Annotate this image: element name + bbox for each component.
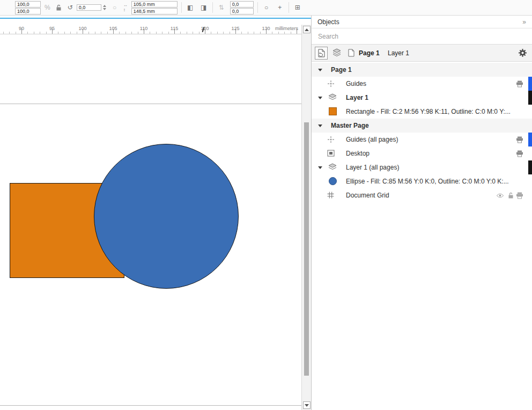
printer-icon[interactable] bbox=[516, 150, 523, 157]
width-icon: ↔ bbox=[123, 3, 128, 8]
ellipse-thumbnail-icon bbox=[329, 177, 337, 185]
object-height-field[interactable] bbox=[131, 8, 178, 14]
printer-icon[interactable] bbox=[516, 136, 523, 143]
lock-icon[interactable] bbox=[508, 192, 514, 199]
printer-icon[interactable] bbox=[516, 192, 523, 199]
layer-color-swatch[interactable] bbox=[528, 77, 532, 91]
offset-fields bbox=[230, 1, 254, 14]
chevron-down-icon[interactable] bbox=[318, 166, 322, 169]
ruler-label: 100 bbox=[78, 26, 86, 31]
toolbar-separator bbox=[257, 2, 258, 13]
eye-icon[interactable] bbox=[496, 193, 504, 198]
objects-toolbar: Page 1 Layer 1 bbox=[312, 45, 532, 62]
scale-fields bbox=[15, 1, 41, 14]
chevron-down-icon[interactable] bbox=[318, 125, 322, 127]
percent-icon: % bbox=[45, 4, 50, 11]
tree-item-label: Guides (all pages) bbox=[346, 136, 511, 143]
ruler-label: 95 bbox=[49, 26, 55, 31]
chevron-down-icon[interactable] bbox=[318, 69, 322, 71]
objects-tree: Page 1 Guides bbox=[312, 62, 532, 410]
scale-x-field[interactable] bbox=[15, 1, 41, 8]
tree-row-master-page[interactable]: Master Page bbox=[312, 119, 532, 133]
arrow-up-icon bbox=[305, 28, 309, 31]
toolbar-separator bbox=[212, 2, 213, 13]
arrow-down-icon bbox=[305, 404, 309, 407]
page-icon bbox=[348, 49, 354, 57]
mirror-horizontal-button[interactable]: ◧ bbox=[186, 3, 195, 12]
rectangle-thumbnail-icon bbox=[329, 107, 337, 115]
scale-y-field[interactable] bbox=[15, 8, 41, 14]
tree-row-guides[interactable]: Guides bbox=[312, 77, 532, 91]
swap-axes-icon: ⇅ bbox=[217, 3, 226, 12]
search-input[interactable] bbox=[312, 28, 532, 44]
ruler-label: 130 bbox=[262, 26, 270, 31]
size-axis-icons: ↔ ↕ bbox=[123, 3, 128, 12]
tree-item-label: Desktop bbox=[346, 150, 511, 157]
tree-item-label: Layer 1 bbox=[346, 94, 511, 101]
ruler-label: 115 bbox=[171, 26, 178, 31]
tree-row-document-grid[interactable]: Document Grid bbox=[312, 188, 532, 202]
docker-header: Objects » bbox=[312, 16, 532, 28]
tree-row-layer-1[interactable]: Layer 1 bbox=[312, 91, 532, 105]
layers-icon[interactable] bbox=[332, 48, 342, 56]
breadcrumb-layer: Layer 1 bbox=[388, 49, 409, 57]
vertical-scrollbar[interactable] bbox=[301, 25, 311, 410]
chevron-down-icon[interactable] bbox=[318, 97, 322, 99]
page-view-mode-button[interactable] bbox=[315, 47, 328, 60]
tree-row-rectangle[interactable]: Rectangle - Fill: C:2 M:56 Y:98 K:11, Ou… bbox=[312, 105, 532, 119]
object-width-field[interactable] bbox=[131, 1, 178, 8]
scroll-down-button[interactable] bbox=[303, 401, 311, 409]
tree-item-label: Master Page bbox=[331, 122, 516, 129]
offset-x-field[interactable] bbox=[230, 1, 254, 8]
offset-y-field[interactable] bbox=[230, 8, 254, 14]
ruler-label: 110 bbox=[140, 26, 147, 31]
objects-docker: Objects » bbox=[311, 16, 532, 410]
ruler-ticks bbox=[0, 25, 301, 34]
tree-item-label: Document Grid bbox=[346, 192, 489, 199]
ruler-unit-label: millimeters bbox=[275, 26, 298, 31]
page-edge-top bbox=[0, 104, 301, 104]
ellipse-shape[interactable] bbox=[94, 144, 239, 289]
gear-icon bbox=[518, 48, 527, 57]
lock-icon bbox=[56, 4, 62, 11]
tree-item-label: Rectangle - Fill: C:2 M:56 Y:98 K:11, Ou… bbox=[346, 108, 526, 115]
toolbar-separator bbox=[181, 2, 182, 13]
size-fields bbox=[131, 1, 178, 14]
settings-gear-button[interactable] bbox=[518, 48, 527, 57]
layer-color-swatch[interactable] bbox=[528, 133, 532, 147]
layer-icon bbox=[328, 93, 337, 101]
mirror-vertical-button[interactable]: ◨ bbox=[199, 3, 209, 12]
tree-row-page-1[interactable]: Page 1 bbox=[312, 63, 532, 77]
crosshair-button[interactable]: + bbox=[275, 3, 285, 12]
scrollbar-thumb[interactable] bbox=[304, 122, 309, 376]
layer-color-swatch[interactable] bbox=[528, 91, 532, 105]
layer-color-swatch[interactable] bbox=[528, 160, 532, 174]
lock-ratio-button[interactable] bbox=[54, 3, 64, 12]
tree-row-guides-all-pages[interactable]: Guides (all pages) bbox=[312, 133, 532, 147]
breadcrumb-page: Page 1 bbox=[359, 49, 380, 57]
guides-icon bbox=[327, 136, 335, 143]
property-bar: % ↺ ○ ↔ ↕ ◧ ◨ ⇅ ○ + ⊞ bbox=[0, 0, 532, 16]
collapse-docker-icon[interactable]: » bbox=[522, 18, 526, 26]
tree-row-desktop[interactable]: Desktop bbox=[312, 147, 532, 160]
snap-grid-button[interactable]: ⊞ bbox=[293, 3, 302, 12]
grid-icon bbox=[327, 192, 334, 199]
printer-icon[interactable] bbox=[516, 80, 523, 87]
tree-item-label: Page 1 bbox=[331, 66, 516, 74]
page-arrow-icon bbox=[317, 49, 326, 57]
toolbar-separator bbox=[289, 2, 289, 13]
drawing-canvas[interactable] bbox=[0, 34, 301, 410]
tree-item-label: Guides bbox=[346, 80, 511, 87]
node-circle-icon: ○ bbox=[110, 3, 120, 12]
tree-row-layer-1-all-pages[interactable]: Layer 1 (all pages) bbox=[312, 160, 532, 174]
scroll-up-button[interactable] bbox=[303, 26, 311, 33]
tree-item-label: Layer 1 (all pages) bbox=[346, 164, 511, 171]
docker-title: Objects bbox=[317, 18, 339, 26]
rotation-spinner[interactable] bbox=[103, 5, 106, 10]
horizontal-ruler[interactable]: 90 95 100 105 110 115 120 125 130 millim… bbox=[0, 25, 301, 34]
page-edge-bottom bbox=[0, 405, 301, 406]
ellipse-mode-button[interactable]: ○ bbox=[262, 3, 271, 12]
rotation-field[interactable] bbox=[77, 4, 101, 11]
guides-icon bbox=[327, 80, 335, 87]
tree-row-ellipse[interactable]: Ellipse - Fill: C:85 M:56 Y:0 K:0, Outli… bbox=[312, 174, 532, 188]
